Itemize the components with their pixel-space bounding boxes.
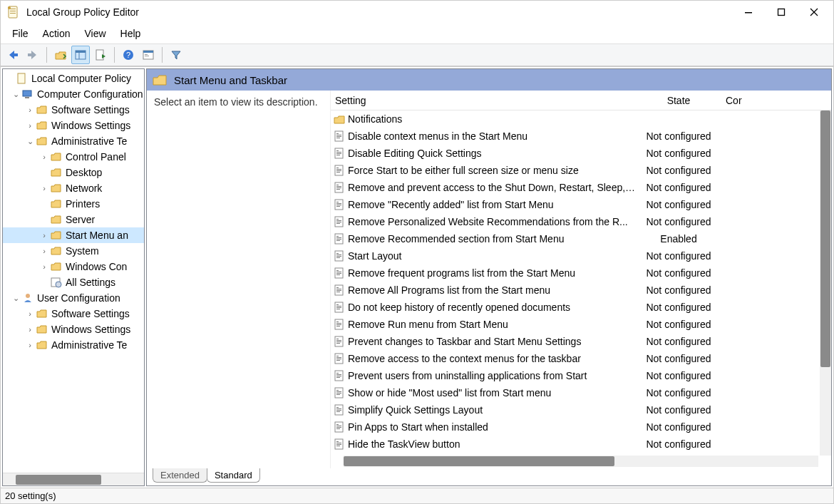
scroll-icon bbox=[16, 73, 29, 84]
chevron-right-icon[interactable]: › bbox=[38, 180, 50, 196]
tree-horizontal-scrollbar[interactable] bbox=[3, 473, 144, 485]
settings-list: Setting State Cor NotificationsDisable c… bbox=[331, 91, 831, 468]
column-comment[interactable]: Cor bbox=[721, 95, 786, 106]
list-item[interactable]: Prevent changes to Taskbar and Start Men… bbox=[331, 333, 831, 350]
tree-printers[interactable]: Printers bbox=[3, 196, 144, 212]
list-item[interactable]: Simplify Quick Settings LayoutNot config… bbox=[331, 401, 831, 418]
tree-windows-components[interactable]: › Windows Con bbox=[3, 259, 144, 274]
list-item[interactable]: Pin Apps to Start when installedNot conf… bbox=[331, 418, 831, 436]
list-item[interactable]: Remove access to the context menus for t… bbox=[331, 350, 831, 367]
folder-icon bbox=[50, 198, 63, 210]
list-horizontal-scrollbar[interactable] bbox=[344, 456, 818, 467]
svg-rect-94 bbox=[336, 360, 340, 361]
tree-uc-windows[interactable]: › Windows Settings bbox=[3, 322, 144, 337]
svg-rect-62 bbox=[336, 254, 341, 255]
menu-view[interactable]: View bbox=[77, 25, 113, 42]
list-item[interactable]: Prevent users from uninstalling applicat… bbox=[331, 367, 831, 384]
list-item[interactable]: Remove Personalized Website Recommendati… bbox=[331, 213, 831, 230]
tree-start-menu[interactable]: › Start Menu an bbox=[3, 227, 144, 243]
policy-icon bbox=[332, 165, 346, 176]
svg-rect-47 bbox=[336, 203, 341, 204]
list-item[interactable]: Remove All Programs list from the Start … bbox=[331, 282, 831, 299]
list-item[interactable]: Hide the TaskView buttonNot configured bbox=[331, 436, 831, 453]
chevron-down-icon[interactable]: ⌄ bbox=[10, 290, 21, 306]
chevron-down-icon[interactable]: ⌄ bbox=[10, 86, 21, 102]
scrollbar-thumb[interactable] bbox=[820, 110, 830, 367]
tree-uc-admin-templates[interactable]: › Administrative Te bbox=[3, 337, 144, 353]
svg-text:?: ? bbox=[126, 51, 130, 59]
list-item[interactable]: Remove Recommended section from Start Me… bbox=[331, 230, 831, 247]
list-item[interactable]: Remove "Recently added" list from Start … bbox=[331, 196, 831, 213]
column-state[interactable]: State bbox=[636, 95, 721, 106]
svg-rect-51 bbox=[336, 219, 339, 220]
tree-computer-config[interactable]: ⌄ Computer Configuration bbox=[3, 86, 144, 102]
svg-rect-3 bbox=[10, 13, 16, 14]
tree-server[interactable]: Server bbox=[3, 212, 144, 227]
minimize-button[interactable] bbox=[732, 1, 765, 24]
tree-all-settings[interactable]: All Settings bbox=[3, 274, 144, 290]
tree-cc-windows[interactable]: › Windows Settings bbox=[3, 118, 144, 133]
list-item[interactable]: Disable Editing Quick SettingsNot config… bbox=[331, 145, 831, 162]
chevron-right-icon[interactable]: › bbox=[38, 259, 50, 274]
computer-icon bbox=[21, 88, 34, 100]
svg-rect-16 bbox=[143, 51, 153, 53]
filter-button[interactable] bbox=[167, 46, 185, 64]
svg-rect-84 bbox=[336, 326, 340, 326]
chevron-right-icon[interactable]: › bbox=[24, 322, 36, 337]
scrollbar-thumb[interactable] bbox=[16, 475, 101, 485]
column-setting[interactable]: Setting bbox=[331, 95, 636, 106]
list-item[interactable]: Do not keep history of recently opened d… bbox=[331, 299, 831, 316]
tab-extended[interactable]: Extended bbox=[153, 468, 207, 483]
tree-system[interactable]: › System bbox=[3, 243, 144, 259]
tree-cc-admin-templates[interactable]: ⌄ Administrative Te bbox=[3, 133, 144, 149]
chevron-right-icon[interactable]: › bbox=[38, 149, 50, 165]
chevron-right-icon[interactable]: › bbox=[38, 227, 50, 243]
svg-rect-10 bbox=[76, 51, 86, 53]
maximize-button[interactable] bbox=[765, 1, 798, 24]
help-button[interactable]: ? bbox=[119, 46, 138, 64]
tree-uc-software[interactable]: › Software Settings bbox=[3, 306, 144, 322]
tree-user-config[interactable]: ⌄ User Configuration bbox=[3, 290, 144, 306]
export-list-button[interactable] bbox=[91, 46, 110, 64]
list-item[interactable]: Notifications bbox=[331, 110, 831, 128]
svg-rect-104 bbox=[336, 394, 340, 395]
tree-desktop[interactable]: Desktop bbox=[3, 165, 144, 180]
policy-tree[interactable]: Local Computer Policy ⌄ Computer Configu… bbox=[3, 69, 144, 473]
close-button[interactable] bbox=[798, 1, 830, 24]
menu-help[interactable]: Help bbox=[113, 25, 148, 42]
chevron-right-icon[interactable]: › bbox=[24, 118, 36, 133]
svg-rect-89 bbox=[336, 343, 340, 344]
list-header[interactable]: Setting State Cor bbox=[331, 91, 831, 110]
properties-button[interactable] bbox=[139, 46, 158, 64]
setting-state: Not configured bbox=[636, 404, 721, 416]
svg-rect-76 bbox=[336, 304, 339, 305]
menu-file[interactable]: File bbox=[5, 25, 36, 42]
up-button[interactable] bbox=[51, 46, 70, 64]
list-vertical-scrollbar[interactable] bbox=[820, 110, 831, 456]
menu-action[interactable]: Action bbox=[36, 25, 78, 42]
back-button[interactable] bbox=[4, 46, 22, 64]
list-item[interactable]: Force Start to be either full screen siz… bbox=[331, 162, 831, 179]
list-item[interactable]: Remove Run menu from Start MenuNot confi… bbox=[331, 316, 831, 333]
list-item[interactable]: Start LayoutNot configured bbox=[331, 247, 831, 264]
show-hide-tree-button[interactable] bbox=[71, 46, 90, 64]
tab-standard[interactable]: Standard bbox=[207, 468, 260, 483]
list-item[interactable]: Remove frequent programs list from the S… bbox=[331, 264, 831, 282]
list-item[interactable]: Disable context menus in the Start MenuN… bbox=[331, 128, 831, 145]
svg-rect-99 bbox=[336, 377, 340, 378]
folder-icon bbox=[50, 214, 63, 225]
list-item[interactable]: Remove and prevent access to the Shut Do… bbox=[331, 179, 831, 196]
chevron-right-icon[interactable]: › bbox=[24, 102, 36, 118]
svg-rect-103 bbox=[336, 393, 341, 394]
forward-button[interactable] bbox=[24, 46, 42, 64]
tree-network[interactable]: › Network bbox=[3, 180, 144, 196]
chevron-down-icon[interactable]: ⌄ bbox=[24, 133, 36, 149]
chevron-right-icon[interactable]: › bbox=[38, 243, 50, 259]
tree-control-panel[interactable]: › Control Panel bbox=[3, 149, 144, 165]
chevron-right-icon[interactable]: › bbox=[24, 306, 36, 322]
chevron-right-icon[interactable]: › bbox=[24, 337, 36, 353]
scrollbar-thumb[interactable] bbox=[344, 456, 614, 466]
list-item[interactable]: Show or hide "Most used" list from Start… bbox=[331, 384, 831, 401]
tree-cc-software[interactable]: › Software Settings bbox=[3, 102, 144, 118]
tree-root[interactable]: Local Computer Policy bbox=[3, 71, 144, 86]
